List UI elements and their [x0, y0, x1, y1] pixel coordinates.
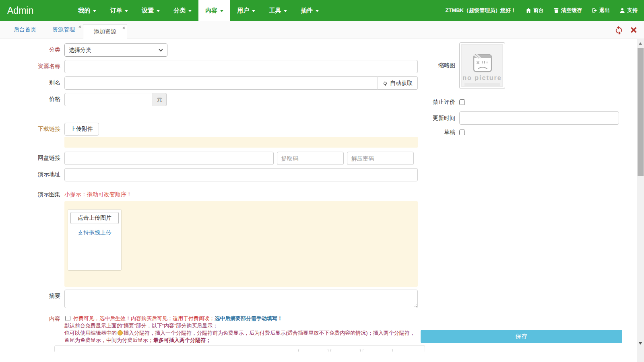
note-highlight: 选中后摘要部分需手动填写！ — [215, 315, 283, 321]
tab-add-resource[interactable]: 添加资源 — [83, 24, 127, 39]
nav-item-settings[interactable]: 设置 — [135, 0, 167, 21]
content-label: 内容 — [0, 315, 64, 344]
thumbnail-upload[interactable]: no picture — [459, 42, 505, 89]
row-alias: 别名 自动获取 — [0, 76, 418, 90]
tab-resource-manage[interactable]: 资源管理 — [44, 21, 83, 39]
resource-name-input[interactable] — [64, 60, 418, 73]
frontend-link[interactable]: 前台 — [526, 7, 544, 14]
row-thumbnail: 缩略图 no picture — [433, 42, 620, 89]
caret-down-icon — [157, 10, 160, 12]
trash-icon — [553, 8, 559, 13]
content-note-line2: 默认前台免费显示上面的“摘要”部分，以下“内容”部分购买后显示； — [64, 322, 418, 329]
nav-item-tools[interactable]: 工具 — [262, 0, 294, 21]
download-list-area — [64, 137, 418, 148]
netdisk-url-input[interactable] — [64, 152, 274, 165]
draft-checkbox[interactable] — [459, 130, 465, 135]
caret-down-icon — [284, 10, 287, 12]
scrollbar-thumb[interactable] — [638, 48, 644, 176]
content-note-line3: 也可以使用编辑器中的插入分隔符，插入一个分隔符，分隔符前为免费显示，后为付费后显… — [64, 329, 418, 344]
tab-actions — [614, 25, 638, 35]
app-brand[interactable]: Admin — [1, 0, 40, 21]
close-icon[interactable] — [122, 26, 126, 30]
nav-item-orders[interactable]: 订单 — [103, 0, 135, 21]
refresh-icon[interactable] — [614, 25, 623, 35]
editor-toolbar-select[interactable] — [298, 349, 328, 352]
row-category: 分类 选择分类 — [0, 43, 418, 57]
caret-down-icon — [252, 10, 255, 12]
save-button[interactable]: 保存 — [421, 330, 622, 343]
unzip-password-input[interactable] — [347, 152, 414, 165]
nav-item-plugins[interactable]: 插件 — [294, 0, 326, 21]
no-picture-image: no picture — [461, 44, 503, 87]
upload-attachment-button[interactable]: 上传附件 — [64, 123, 99, 136]
scroll-up-arrow[interactable] — [639, 42, 642, 45]
download-label: 下载链接 — [0, 123, 64, 148]
caret-down-icon — [316, 10, 319, 12]
tab-label: 添加资源 — [94, 28, 116, 35]
demo-url-input[interactable] — [64, 168, 418, 181]
tab-label: 资源管理 — [52, 26, 75, 33]
nav-item-label: 用户 — [237, 7, 249, 14]
tab-bar: 后台首页 资源管理 添加资源 — [0, 21, 644, 39]
scroll-down-arrow[interactable] — [639, 342, 642, 345]
vertical-scrollbar[interactable] — [637, 39, 644, 362]
editor-toolbar-select[interactable] — [363, 349, 393, 352]
editor-toolbar-clipped — [54, 345, 425, 352]
category-selected-value: 选择分类 — [69, 47, 91, 54]
row-update-time: 更新时间 — [433, 111, 620, 125]
auto-fetch-button[interactable]: 自动获取 — [378, 76, 418, 90]
editor-toolbar-select[interactable] — [330, 349, 361, 352]
gallery-upload-button[interactable]: 点击上传图片 — [70, 212, 119, 224]
resource-form: 分类 选择分类 资源名称 别名 自动获取 — [0, 43, 418, 347]
caret-down-icon — [125, 10, 128, 12]
nav-item-label: 订单 — [110, 7, 122, 14]
update-time-label: 更新时间 — [433, 115, 455, 122]
demo-url-label: 演示地址 — [0, 168, 64, 181]
row-price: 价格 元 — [0, 93, 418, 106]
price-label: 价格 — [0, 93, 64, 106]
logout-link[interactable]: 退出 — [592, 7, 610, 14]
alias-label: 别名 — [0, 76, 64, 90]
category-label: 分类 — [0, 43, 64, 57]
paid-visible-checkbox[interactable] — [65, 316, 70, 321]
caret-down-icon — [220, 10, 223, 12]
row-content: 内容 付费可见，选中后生效！内容购买后可见；适用于付费阅读；选中后摘要部分需手动… — [0, 315, 418, 344]
nav-item-users[interactable]: 用户 — [230, 0, 262, 21]
row-draft: 草稿 — [433, 129, 620, 136]
gallery-dropzone[interactable]: 点击上传图片 支持拖拽上传 — [64, 201, 418, 287]
nav-item-label: 工具 — [269, 7, 281, 14]
gallery-drag-hint: 支持拖拽上传 — [68, 229, 121, 237]
alias-input[interactable] — [64, 76, 378, 90]
user-icon — [619, 8, 625, 13]
nav-item-mine[interactable]: 我的 — [71, 0, 103, 21]
nav-item-label: 我的 — [78, 7, 90, 14]
sync-icon — [383, 81, 388, 86]
summary-textarea[interactable] — [64, 290, 418, 308]
gallery-label: 演示图集 — [0, 188, 64, 287]
draft-label: 草稿 — [433, 129, 455, 136]
no-review-label: 禁止评价 — [433, 99, 455, 106]
support-link[interactable]: 支持 — [619, 7, 638, 14]
tab-dashboard[interactable]: 后台首页 — [6, 21, 44, 39]
no-review-checkbox[interactable] — [459, 99, 465, 105]
user-greeting: ZTMBK（超级管理员）您好！ — [446, 7, 516, 14]
nav-item-label: 分类 — [173, 7, 186, 14]
clear-cache-link[interactable]: 清空缓存 — [553, 7, 582, 14]
close-all-icon[interactable] — [630, 26, 638, 34]
extract-code-input[interactable] — [277, 152, 344, 165]
price-input[interactable] — [64, 93, 153, 106]
update-time-input[interactable] — [459, 111, 619, 125]
nav-item-categories[interactable]: 分类 — [167, 0, 198, 21]
caret-down-icon — [188, 10, 192, 12]
category-select[interactable]: 选择分类 — [64, 43, 167, 57]
gallery-upload-card[interactable]: 点击上传图片 支持拖拽上传 — [68, 209, 122, 271]
svg-text:no picture: no picture — [462, 74, 502, 81]
nav-item-label: 插件 — [301, 7, 313, 14]
chevron-down-icon — [159, 49, 163, 51]
home-icon — [526, 8, 531, 13]
netdisk-label: 网盘链接 — [0, 152, 64, 165]
row-demo-url: 演示地址 — [0, 168, 418, 181]
caret-down-icon — [93, 10, 96, 12]
close-icon[interactable] — [78, 25, 82, 29]
nav-item-content[interactable]: 内容 — [198, 0, 230, 21]
